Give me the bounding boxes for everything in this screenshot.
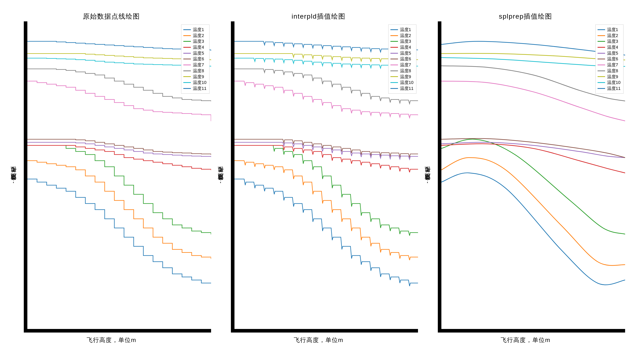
legend-swatch (597, 41, 605, 42)
legend-label: 温度7 (400, 62, 411, 68)
legend-entry: 温度6 (390, 56, 413, 62)
legend-swatch (390, 29, 398, 30)
legend-swatch (183, 88, 191, 89)
series-line (27, 161, 211, 259)
legend-swatch (390, 41, 398, 42)
legend-swatch (183, 58, 191, 60)
legend-label: 温度5 (607, 50, 618, 56)
legend-swatch (597, 35, 605, 36)
legend-entry: 温度8 (597, 68, 620, 74)
legend-swatch (390, 58, 398, 60)
legend-swatch (597, 82, 605, 83)
legend-swatch (597, 53, 605, 54)
x-axis-label: 飞行高度，单位m (501, 336, 550, 344)
legend-entry: 温度11 (597, 86, 620, 92)
panel-title: interpld插值绘图 (292, 12, 345, 21)
series-line (441, 142, 625, 158)
legend-swatch (597, 76, 605, 77)
legend-label: 温度10 (607, 80, 620, 86)
legend-swatch (390, 47, 398, 48)
legend-label: 温度9 (607, 74, 618, 80)
legend-entry: 温度1 (597, 27, 620, 33)
legend-label: 温度10 (193, 80, 206, 86)
legend-entry: 温度10 (183, 80, 206, 86)
axes-wrap: 当前温度，单位℃ 温度1温度2温度3温度4温度5温度6温度7温度8温度9温度10… (422, 23, 629, 332)
axes-wrap: 当前温度，单位℃ 温度1温度2温度3温度4温度5温度6温度7温度8温度9温度10… (215, 23, 422, 332)
legend-label: 温度4 (400, 44, 411, 50)
legend-entry: 温度8 (390, 68, 413, 74)
legend-entry: 温度9 (390, 74, 413, 80)
legend-swatch (390, 76, 398, 77)
legend: 温度1温度2温度3温度4温度5温度6温度7温度8温度9温度10温度11 (388, 24, 416, 94)
legend-entry: 温度5 (183, 50, 206, 56)
legend-label: 温度6 (193, 56, 204, 62)
legend-entry: 温度9 (183, 74, 206, 80)
legend-entry: 温度1 (183, 27, 206, 33)
legend-label: 温度6 (607, 56, 618, 62)
panel-splprep: splprep插值绘图 当前温度，单位℃ 温度1温度2温度3温度4温度5温度6温… (422, 12, 629, 344)
legend-entry: 温度5 (597, 50, 620, 56)
legend-label: 温度11 (193, 86, 206, 92)
legend-entry: 温度4 (390, 44, 413, 50)
panel-title: splprep插值绘图 (499, 12, 552, 21)
legend-label: 温度8 (193, 68, 204, 74)
legend-swatch (390, 82, 398, 83)
x-axis-label: 飞行高度，单位m (87, 336, 136, 344)
legend-label: 温度6 (400, 56, 411, 62)
legend-entry: 温度11 (183, 86, 206, 92)
legend-swatch (597, 70, 605, 71)
legend-label: 温度7 (193, 62, 204, 68)
series-line (27, 145, 211, 234)
legend-label: 温度11 (607, 86, 620, 92)
legend-swatch (390, 35, 398, 36)
legend-label: 温度7 (607, 62, 618, 68)
panel-raw: 原始数据点线绘图 当前温度，单位℃ 温度1温度2温度3温度4温度5温度6温度7温… (8, 12, 215, 344)
legend-swatch (597, 29, 605, 30)
legend-label: 温度8 (400, 68, 411, 74)
legend-entry: 温度2 (597, 33, 620, 38)
legend-entry: 温度8 (183, 68, 206, 74)
plot-area: 温度1温度2温度3温度4温度5温度6温度7温度8温度9温度10温度11 (438, 23, 625, 332)
legend-label: 温度2 (607, 33, 618, 38)
legend-label: 温度3 (607, 38, 618, 44)
legend-entry: 温度10 (390, 80, 413, 86)
legend-entry: 温度5 (390, 50, 413, 56)
series-line (27, 145, 211, 170)
legend-swatch (597, 88, 605, 89)
legend-label: 温度1 (607, 27, 618, 33)
plot-area: 温度1温度2温度3温度4温度5温度6温度7温度8温度9温度10温度11 (231, 23, 418, 332)
legend: 温度1温度2温度3温度4温度5温度6温度7温度8温度9温度10温度11 (595, 24, 623, 94)
series-line (27, 139, 211, 154)
legend-swatch (183, 82, 191, 83)
legend-swatch (183, 64, 191, 65)
legend-label: 温度4 (607, 44, 618, 50)
legend-swatch (183, 70, 191, 71)
legend-entry: 温度1 (390, 27, 413, 33)
legend-entry: 温度10 (597, 80, 620, 86)
legend-entry: 温度2 (390, 33, 413, 38)
legend-entry: 温度7 (597, 62, 620, 68)
legend-entry: 温度6 (183, 56, 206, 62)
legend-label: 温度4 (193, 44, 204, 50)
legend-entry: 温度11 (390, 86, 413, 92)
y-axis-label: 当前温度，单位℃ (423, 170, 432, 185)
axes-wrap: 当前温度，单位℃ 温度1温度2温度3温度4温度5温度6温度7温度8温度9温度10… (8, 23, 215, 332)
legend-label: 温度2 (193, 33, 204, 38)
legend-entry: 温度3 (183, 38, 206, 44)
series-line (441, 158, 625, 266)
legend-label: 温度3 (193, 38, 204, 44)
series-line (441, 139, 625, 234)
legend-swatch (183, 29, 191, 30)
y-axis-label: 当前温度，单位℃ (217, 170, 225, 185)
legend-label: 温度1 (193, 27, 204, 33)
legend-swatch (390, 53, 398, 54)
panel-interpld: interpld插值绘图 当前温度，单位℃ 温度1温度2温度3温度4温度5温度6… (215, 12, 422, 344)
legend-label: 温度2 (400, 33, 411, 38)
series-line (441, 173, 625, 285)
legend-entry: 温度2 (183, 33, 206, 38)
legend-swatch (390, 88, 398, 89)
legend-entry: 温度7 (390, 62, 413, 68)
legend-swatch (597, 47, 605, 48)
legend-label: 温度3 (400, 38, 411, 44)
legend-label: 温度5 (193, 50, 204, 56)
